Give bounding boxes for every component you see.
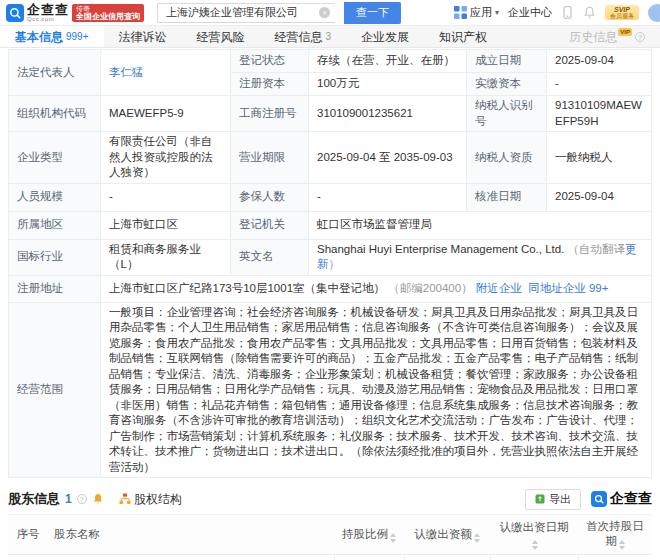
svip-badge[interactable]: SVIP 会员服务 <box>605 5 639 20</box>
shareholders-header: 股东信息 1 ? 股权结构 导出 企查查 <box>8 487 652 511</box>
field-label: 法定代表人 <box>9 50 101 96</box>
address-cell: 上海市虹口区广纪路173号10层1001室（集中登记地） （邮编200400） … <box>101 275 652 302</box>
shareholders-title: 股东信息 <box>8 490 60 508</box>
org-chart-icon <box>119 493 131 505</box>
field-value: 上海市虹口区 <box>101 211 231 239</box>
row-seq: 1 <box>8 555 48 560</box>
field-value: - <box>547 73 652 96</box>
vip-tag: VIP <box>618 28 632 36</box>
field-label: 英文名 <box>231 239 309 275</box>
legal-rep-link[interactable]: 李仁猛 <box>109 66 144 78</box>
nearby-companies-link[interactable]: 附近企业 <box>476 282 522 294</box>
top-header: 企查查 Qcc.com 传奇 全国企业信用查询 × 查一下 应用 ▾ 企业中心 … <box>0 0 660 26</box>
field-value: 2025-09-04 至 2035-09-03 <box>309 132 467 184</box>
field-value: 一般纳税人 <box>547 132 652 184</box>
sort-icon <box>390 533 396 543</box>
tab-ip[interactable]: 知识产权 <box>424 26 502 47</box>
search-input[interactable] <box>157 3 335 23</box>
user-avatar[interactable] <box>648 4 660 22</box>
tab-operations[interactable]: 经营信息3 <box>260 26 347 47</box>
tab-basic-info-label: 基本信息 <box>15 26 63 48</box>
header-right-nav: 应用 ▾ 企业中心 SVIP 会员服务 <box>454 4 656 22</box>
field-value: MAEWEFP5-9 <box>101 96 231 132</box>
search-box: × 查一下 <box>157 2 401 24</box>
field-label: 登记机关 <box>231 211 309 239</box>
field-label: 人员规模 <box>9 183 101 211</box>
apps-menu[interactable]: 应用 ▾ <box>454 5 499 20</box>
mobile-app-icon[interactable] <box>561 6 574 19</box>
firstdate-value: 2025-09-04 <box>578 555 652 560</box>
field-label: 国标行业 <box>9 239 101 275</box>
qcc-watermark: 企查查 <box>591 490 652 508</box>
field-label: 核准日期 <box>467 183 547 211</box>
field-label: 企业类型 <box>9 132 101 184</box>
qcc-watermark-icon <box>591 491 607 507</box>
field-label: 所属地区 <box>9 211 101 239</box>
field-label: 组织机构代码 <box>9 96 101 132</box>
chevron-down-icon: ▾ <box>495 8 499 17</box>
clear-search-icon[interactable]: × <box>319 7 330 18</box>
qcc-logo[interactable]: 企查查 Qcc.com 传奇 全国企业信用查询 <box>6 3 144 22</box>
field-label: 纳税人识别号 <box>467 96 547 132</box>
postcode: （邮编200400） <box>388 282 472 294</box>
tab-development[interactable]: 企业发展 <box>346 26 424 47</box>
field-label: 工商注册号 <box>231 96 309 132</box>
monitor-bell-icon[interactable] <box>92 493 104 505</box>
tab-basic-info[interactable]: 基本信息 999+ <box>0 26 104 47</box>
address-value: 上海市虹口区广纪路173号10层1001室（集中登记地） <box>109 282 385 294</box>
col-name: 股东名称 <box>48 515 334 555</box>
field-value: - <box>309 183 467 211</box>
shareholders-table: 序号 股东名称 持股比例 认缴出资额 认缴出资日期 首次持股日期 1 - 上海 … <box>8 514 652 560</box>
sort-icon <box>619 540 625 550</box>
field-value: 有限责任公司（非自然人投资或控股的法人独资） <box>101 132 231 184</box>
field-label: 纳税人资质 <box>467 132 547 184</box>
apps-grid-icon <box>454 6 467 19</box>
sort-icon <box>532 540 538 550</box>
business-scope: 一般项目：企业管理咨询；社会经济咨询服务；机械设备研发；厨具卫具及日用杂品批发；… <box>101 302 652 478</box>
field-label: 成立日期 <box>467 50 547 73</box>
shareholder-row: 1 - 上海 沪姨 上海沪姨供应链管理有限公司 100% 100万元 2030-… <box>8 555 652 560</box>
apps-label: 应用 <box>470 5 492 20</box>
field-label: 注册资本 <box>231 73 309 96</box>
col-subdate-sort[interactable]: 认缴出资日期 <box>490 515 578 555</box>
field-value: 虹口区市场监督管理局 <box>309 211 652 239</box>
tab-basic-info-count: 999+ <box>66 26 89 48</box>
tab-history[interactable]: 历史信息 VIP ? <box>554 26 660 47</box>
field-value: 2025-09-04 <box>547 50 652 73</box>
field-value: 100万元 <box>309 73 467 96</box>
field-label: 注册地址 <box>9 275 101 302</box>
field-label: 经营范围 <box>9 302 101 478</box>
tab-risk[interactable]: 经营风险 <box>182 26 260 47</box>
field-value: 存续（在营、开业、在册） <box>309 50 467 73</box>
col-amount-sort[interactable]: 认缴出资额 <box>404 515 490 555</box>
export-button[interactable]: 导出 <box>525 489 581 510</box>
legal-rep-cell: 李仁猛 <box>101 50 231 96</box>
field-value: 91310109MAEWEFP59H <box>547 96 652 132</box>
col-ratio-sort[interactable]: 持股比例 <box>334 515 404 555</box>
shareholder-name-cell: - 上海 沪姨 上海沪姨供应链管理有限公司 <box>48 555 334 560</box>
col-seq: 序号 <box>8 515 48 555</box>
shareholders-count: 1 <box>65 492 72 506</box>
search-button[interactable]: 查一下 <box>344 2 401 24</box>
ratio-value: 100% <box>334 555 404 560</box>
col-firstdate-sort[interactable]: 首次持股日期 <box>578 515 652 555</box>
export-icon <box>535 494 545 504</box>
notifications-bell-icon[interactable] <box>583 6 596 19</box>
enterprise-center-link[interactable]: 企业中心 <box>508 5 552 20</box>
field-value: - <box>101 183 231 211</box>
tab-legal[interactable]: 法律诉讼 <box>104 26 182 47</box>
subdate-value: 2030-09-02 <box>490 555 578 560</box>
history-info-icon[interactable]: ? <box>635 32 645 42</box>
shareholders-info-icon[interactable]: ? <box>77 494 87 504</box>
field-value: 2025-09-04 <box>547 183 652 211</box>
qcc-logo-icon <box>6 4 24 22</box>
field-value: 310109001235621 <box>309 96 467 132</box>
equity-structure-link[interactable]: 股权结构 <box>119 491 182 508</box>
field-label: 登记状态 <box>231 50 309 73</box>
qcc-logo-text: 企查查 Qcc.com <box>27 3 69 22</box>
field-label: 实缴资本 <box>467 73 547 96</box>
field-label: 参保人数 <box>231 183 309 211</box>
basic-info-table: 法定代表人 李仁猛 登记状态 存续（在营、开业、在册） 成立日期 2025-09… <box>8 49 652 478</box>
sort-icon <box>474 533 480 543</box>
same-address-link[interactable]: 同地址企业 99+ <box>528 282 608 294</box>
